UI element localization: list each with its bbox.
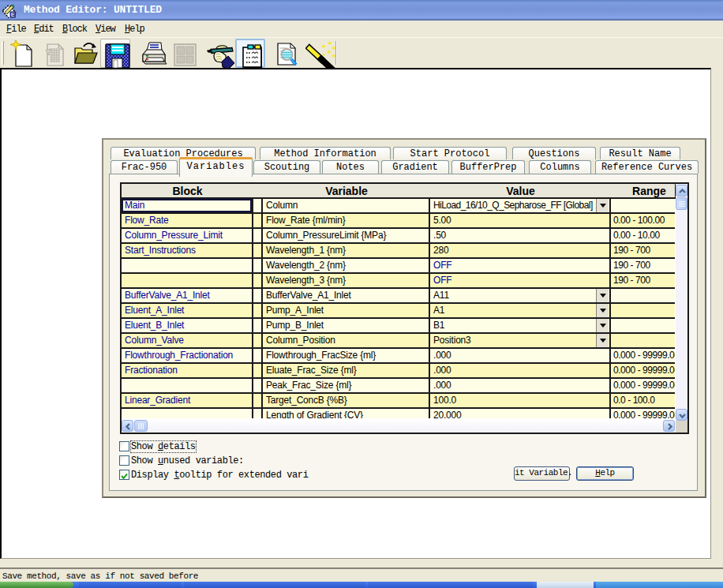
svg-text:E: E bbox=[11, 11, 15, 18]
